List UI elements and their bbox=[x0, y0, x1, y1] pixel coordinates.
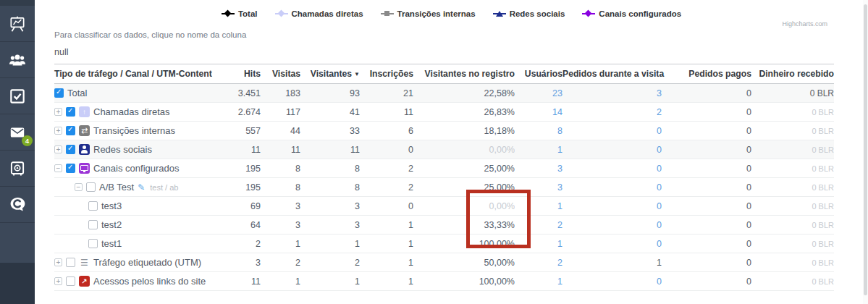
row-checkbox[interactable] bbox=[88, 220, 98, 229]
cell-orders-paid: 0 bbox=[662, 197, 751, 216]
table-row[interactable]: + Redes sociais 11 11 11 0 0,00% 1 0 0 0… bbox=[54, 140, 834, 159]
cell-orders-during-visit[interactable]: 0 bbox=[562, 216, 662, 235]
cell-users[interactable]: 2 bbox=[515, 253, 562, 272]
cell-orders-paid: 0 bbox=[662, 253, 751, 272]
table-header-row: Tipo de tráfego / Canal / UTM-Content Hi… bbox=[54, 64, 834, 84]
row-checkbox[interactable] bbox=[66, 276, 75, 286]
cell-visitors-registered: 100,00% bbox=[413, 272, 515, 291]
cell-users[interactable]: 1 bbox=[515, 197, 562, 216]
cell-signups: 21 bbox=[360, 84, 413, 103]
table-row[interactable]: + Acessos pelos links do site 11 1 1 1 1… bbox=[54, 272, 834, 291]
cell-visitors-registered: 100,00% bbox=[413, 235, 515, 253]
cell-orders-paid: 0 bbox=[662, 103, 751, 122]
row-checkbox[interactable] bbox=[86, 182, 96, 192]
sidebar-item-tasks[interactable] bbox=[0, 78, 35, 114]
sidebar-item-employees[interactable] bbox=[0, 42, 35, 78]
expand-toggle-icon[interactable]: + bbox=[54, 108, 62, 116]
sidebar-item-messenger[interactable] bbox=[0, 187, 35, 223]
row-checkbox[interactable] bbox=[66, 126, 75, 135]
cell-visitors: 1 bbox=[300, 272, 360, 291]
cell-users[interactable]: 2 bbox=[515, 216, 562, 235]
col-header-money-received[interactable]: Dinheiro recebido bbox=[751, 64, 834, 84]
col-header-traffic-type[interactable]: Tipo de tráfego / Canal / UTM-Content bbox=[54, 64, 228, 84]
cell-visitors-registered: 33,33% bbox=[413, 216, 515, 235]
table-row[interactable]: test3 69 3 3 0 0,00% 1 0 0 0 BLR bbox=[54, 197, 834, 216]
cell-visitors-registered: 22,58% bbox=[413, 84, 515, 103]
scrollbar-thumb[interactable] bbox=[864, 4, 867, 295]
cell-users[interactable]: 23 bbox=[515, 84, 562, 103]
col-header-hits[interactable]: Hits bbox=[228, 64, 261, 84]
col-header-visitors-registered[interactable]: Visitantes no registro bbox=[413, 64, 515, 84]
cell-orders-during-visit[interactable]: 2 bbox=[562, 103, 662, 122]
cell-users[interactable]: 3 bbox=[515, 159, 562, 178]
row-checkbox[interactable] bbox=[66, 145, 75, 154]
table-row[interactable]: + Chamadas diretas 2.674 117 41 11 26,83… bbox=[54, 103, 834, 122]
expand-toggle-icon[interactable]: + bbox=[54, 277, 62, 285]
table-row[interactable]: − Canais configurados 195 8 8 2 25,00% 3… bbox=[54, 159, 834, 178]
cell-orders-paid: 0 bbox=[662, 272, 751, 291]
table-row[interactable]: − A/B Test ✎ test / ab 195 8 8 2 25,00% … bbox=[54, 178, 834, 197]
cell-money-received: 0 BLR bbox=[751, 253, 834, 272]
cell-orders-during-visit[interactable]: 0 bbox=[562, 272, 662, 291]
channel-type-icon bbox=[79, 106, 90, 117]
sidebar-top-strip bbox=[0, 0, 35, 6]
cell-orders-during-visit[interactable]: 0 bbox=[562, 178, 662, 197]
cell-users[interactable]: 1 bbox=[515, 235, 562, 253]
cell-orders-during-visit[interactable]: 0 bbox=[562, 197, 662, 216]
legend-item[interactable]: Redes sociais bbox=[493, 9, 565, 18]
cell-users[interactable]: 8 bbox=[515, 122, 562, 140]
sidebar-item-mail[interactable]: 4 bbox=[0, 114, 35, 151]
expand-toggle-icon[interactable]: + bbox=[54, 127, 62, 135]
col-header-orders-paid[interactable]: Pedidos pagos bbox=[662, 64, 751, 84]
col-header-visitors[interactable]: Visitantes▼ bbox=[300, 64, 360, 84]
cell-orders-during-visit[interactable]: 0 bbox=[562, 122, 662, 140]
row-label: Transições internas bbox=[93, 125, 175, 136]
legend-item[interactable]: Transições internas bbox=[381, 9, 476, 18]
row-checkbox[interactable] bbox=[88, 201, 98, 211]
col-header-visits[interactable]: Visitas bbox=[261, 64, 300, 84]
edit-pencil-icon[interactable]: ✎ bbox=[138, 182, 145, 193]
col-header-users[interactable]: Usuários bbox=[515, 64, 562, 84]
sidebar-item-analytics[interactable] bbox=[0, 6, 35, 42]
cell-visits: 2 bbox=[261, 253, 300, 272]
table-row[interactable]: test2 64 3 3 1 33,33% 2 0 0 0 BLR bbox=[54, 216, 834, 235]
vertical-scrollbar[interactable] bbox=[863, 0, 868, 304]
row-checkbox[interactable] bbox=[54, 88, 64, 98]
col-header-signups[interactable]: Inscrições bbox=[360, 64, 413, 84]
table-row[interactable]: Total 3.451 183 93 21 22,58% 23 3 0 0 BL… bbox=[54, 84, 834, 103]
cell-orders-during-visit[interactable]: 0 bbox=[562, 140, 662, 159]
cell-users[interactable]: 14 bbox=[515, 103, 562, 122]
cell-orders-during-visit[interactable]: 0 bbox=[562, 159, 662, 178]
cell-orders-during-visit[interactable]: 0 bbox=[562, 235, 662, 253]
expand-toggle-icon[interactable]: + bbox=[54, 145, 62, 153]
cell-hits: 11 bbox=[228, 272, 261, 291]
cell-signups: 0 bbox=[360, 140, 413, 159]
highcharts-credits[interactable]: Highcharts.com bbox=[782, 20, 827, 28]
row-checkbox[interactable] bbox=[88, 239, 98, 248]
sidebar-item-crm[interactable] bbox=[0, 151, 35, 187]
row-checkbox[interactable] bbox=[66, 164, 75, 173]
traffic-table: Tipo de tráfego / Canal / UTM-Content Hi… bbox=[54, 64, 834, 291]
cell-orders-during-visit[interactable]: 3 bbox=[562, 84, 662, 103]
cell-users[interactable]: 1 bbox=[515, 140, 562, 159]
table-row[interactable]: + Tráfego etiquetado (UTM) 3 2 2 1 50,00… bbox=[54, 253, 834, 272]
expand-toggle-icon[interactable]: + bbox=[54, 258, 62, 266]
cell-orders-during-visit[interactable]: 1 bbox=[562, 253, 662, 272]
cell-users[interactable]: 1 bbox=[515, 272, 562, 291]
legend-item[interactable]: Chamadas diretas bbox=[275, 9, 363, 18]
col-header-orders-during-visit[interactable]: Pedidos durante a visita bbox=[562, 64, 662, 84]
table-row[interactable]: + Transições internas 557 44 33 6 18,18%… bbox=[54, 122, 834, 140]
cell-money-received: 0 BLR bbox=[751, 122, 834, 140]
expand-toggle-icon[interactable]: − bbox=[54, 164, 62, 172]
cell-money-received: 0 BLR bbox=[751, 159, 834, 178]
expand-toggle-icon[interactable]: − bbox=[75, 183, 83, 191]
cell-users[interactable]: 3 bbox=[515, 178, 562, 197]
people-icon bbox=[7, 50, 28, 70]
cell-signups: 0 bbox=[360, 197, 413, 216]
row-checkbox[interactable] bbox=[66, 258, 75, 267]
table-row[interactable]: test1 2 1 1 1 100,00% 1 0 0 0 BLR bbox=[54, 235, 834, 253]
legend-item[interactable]: Total bbox=[222, 9, 258, 18]
channel-type-icon bbox=[79, 257, 90, 268]
legend-item[interactable]: Canais configurados bbox=[582, 9, 681, 18]
row-checkbox[interactable] bbox=[66, 107, 75, 117]
